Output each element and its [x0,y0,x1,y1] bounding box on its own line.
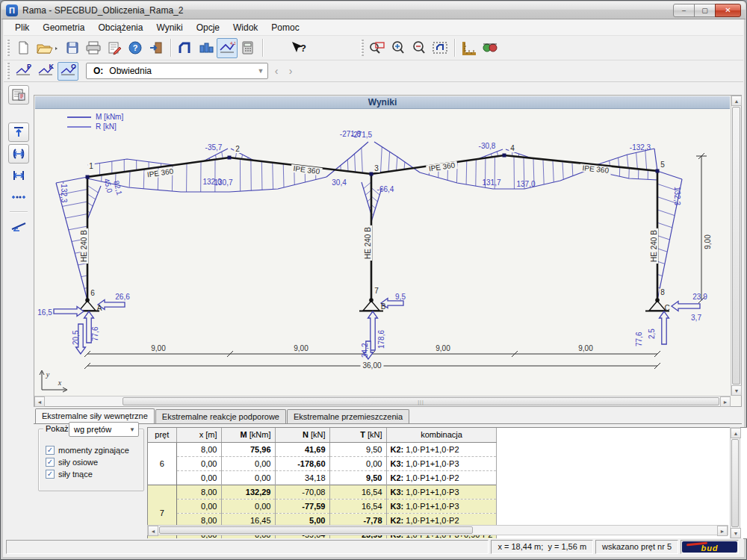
drawing-vscrollbar[interactable]: ▲ ▼ [731,96,741,396]
checkbox-icon[interactable]: ✓ [46,458,55,467]
results-view-button[interactable]: 4,1 [217,38,238,58]
scroll-up-icon[interactable]: ▲ [731,96,742,106]
open-file-button[interactable] [34,38,62,58]
table-row[interactable]: 0,000,0034,189,50K2: 1,0·P1+1,0·P2 [148,470,497,485]
mode-button-k[interactable]: K [35,62,56,81]
column-header[interactable]: x [m] [176,428,221,442]
table-hscrollbar[interactable]: ◄ ► [147,525,728,535]
print-button[interactable] [83,38,104,58]
menu-item-widok[interactable]: Widok [226,21,264,34]
scroll-up-icon[interactable]: ▲ [731,428,741,438]
toolbar-grip[interactable] [7,40,10,56]
show-mode-combo[interactable]: wg prętów ▼ [69,422,139,437]
menu-item-obciążenia[interactable]: Obciążenia [91,21,149,34]
diagram-scale-button[interactable] [8,166,29,185]
toolbar-grip[interactable] [361,40,364,56]
dimensions-button[interactable] [459,38,480,58]
svg-text:9,5: 9,5 [395,293,406,301]
menu-item-pomoc[interactable]: Pomoc [264,21,306,34]
mode-button-o[interactable]: O [58,62,78,81]
svg-text:1: 1 [89,162,93,170]
table-row[interactable]: 0,000,00-178,600,00K3: 1,0·P1+1,0·P3 [148,456,497,470]
drawing-label: HE 240 B [80,228,88,264]
drawing-label: HE 240 B [650,228,658,264]
column-header[interactable]: M [kNm] [221,428,275,442]
svg-text:y: y [46,370,50,379]
checkbox-siły-tnące[interactable]: ✓siły tnące [46,470,129,479]
column-header[interactable]: T [kN] [329,428,386,442]
column-header[interactable]: kombinacja [386,428,497,442]
prev-combination-button[interactable]: ‹ [270,63,282,78]
drawing-label: 9,00 [294,344,309,352]
svg-text:131,7: 131,7 [482,178,500,187]
scroll-left-icon[interactable]: ◄ [148,526,158,536]
exit-button[interactable] [146,38,167,58]
geometry-view-button[interactable] [175,38,196,58]
combination-cell: K3: 1,0·P1+1,0·P3 [386,456,497,470]
close-button[interactable]: ✕ [715,4,741,17]
frame-diagram[interactable]: M [kNm]R [kN]-132,345,082,11IPE 360-35,7… [35,109,731,395]
calculator-button[interactable] [238,38,258,58]
title-bar[interactable]: Π Rama - SPECBUD_Obliczenia_Rama_2 – ▢ ✕ [1,1,746,19]
menu-item-opcje[interactable]: Opcje [190,21,226,34]
context-help-button[interactable]: ? [288,38,309,58]
scroll-left-icon[interactable]: ◄ [34,396,45,407]
drawing-label: 132,3 [673,187,681,205]
fit-view-button[interactable] [8,122,29,142]
table-row[interactable]: 68,0075,9641,699,50K2: 1,0·P1+1,0·P2 [148,442,497,456]
tab-1[interactable]: Ekstremalne siły wewnętrzne [35,408,155,423]
menu-item-plik[interactable]: Plik [8,21,36,34]
column-header[interactable]: pręt [148,428,176,442]
table-vscrollbar[interactable]: ▲ ▼ [730,427,740,539]
scroll-down-icon[interactable]: ▼ [731,385,742,396]
menu-item-geometria[interactable]: Geometria [36,21,91,34]
toolbar-grip[interactable] [7,63,10,79]
drawing-label: A [97,304,102,312]
checkbox-icon[interactable]: ✓ [46,446,55,455]
scroll-right-icon[interactable]: ► [717,526,728,536]
drawing-area[interactable]: Wyniki M [kNm]R [kN]-132,345,082,11IPE 3… [34,95,742,407]
chevron-down-icon[interactable]: ▼ [254,63,267,78]
checkbox-siły-osiowe[interactable]: ✓siły osiowe [46,458,129,467]
checkbox-momenty-zginające[interactable]: ✓momenty zginające [46,446,129,455]
help-button[interactable]: ? [125,38,146,58]
zoom-in-button[interactable] [388,38,409,58]
next-combination-button[interactable]: › [285,63,297,78]
save-button[interactable] [62,38,83,58]
scroll-right-icon[interactable]: ► [720,396,731,407]
drawing-label: 26,6 [115,293,130,301]
minimize-button[interactable]: – [673,4,695,17]
tab-2[interactable]: Ekstremalne reakcje podporowe [155,409,286,423]
zoom-window-button[interactable] [367,38,388,58]
support-display-button[interactable] [8,217,29,236]
maximize-button[interactable]: ▢ [694,4,716,17]
tab-3[interactable]: Ekstremalne przemieszczenia [287,409,409,423]
results-table[interactable]: prętx [m]M [kNm]N [kN]T [kN]kombinacja 6… [148,428,497,539]
svg-text:20,5: 20,5 [72,330,80,345]
display-options-button[interactable] [480,38,500,58]
scroll-down-icon[interactable]: ▼ [731,528,741,538]
report-edit-button[interactable] [104,38,125,58]
menu-item-wyniki[interactable]: Wyniki [149,21,189,34]
member-number: 6 [148,442,176,485]
new-file-button[interactable] [13,38,34,58]
report-printout-button[interactable] [8,85,29,105]
checkbox-icon[interactable]: ✓ [46,470,55,479]
node-values-button[interactable] [8,187,29,207]
drawing-label: 137,0 [516,180,535,188]
zoom-out-button[interactable] [409,38,430,58]
auto-scale-button[interactable] [8,144,29,164]
chevron-down-icon[interactable]: ▼ [126,426,138,433]
results-table-container: prętx [m]M [kNm]N [kN]T [kN]kombinacja 6… [147,427,747,539]
value-cell: 41,69 [275,442,329,456]
drawing-label: 3,7 [691,314,701,322]
status-bar: x = 18,44 m; y = 1,56 m wskazano pręt nr… [4,538,743,555]
loads-view-button[interactable] [196,38,217,58]
drawing-hscrollbar[interactable]: ◄ ||| ► [34,396,731,406]
table-row[interactable]: 0,000,00-77,5916,54K3: 1,0·P1+1,0·P3 [148,499,497,513]
envelope-combo[interactable]: O: Obwiednia ▼ [86,63,268,79]
column-header[interactable]: N [kN] [275,428,329,442]
table-row[interactable]: 78,00132,29-70,0816,54K3: 1,0·P1+1,0·P3 [148,485,497,499]
zoom-extents-button[interactable] [430,38,450,58]
mode-button-p[interactable]: P [13,62,34,81]
